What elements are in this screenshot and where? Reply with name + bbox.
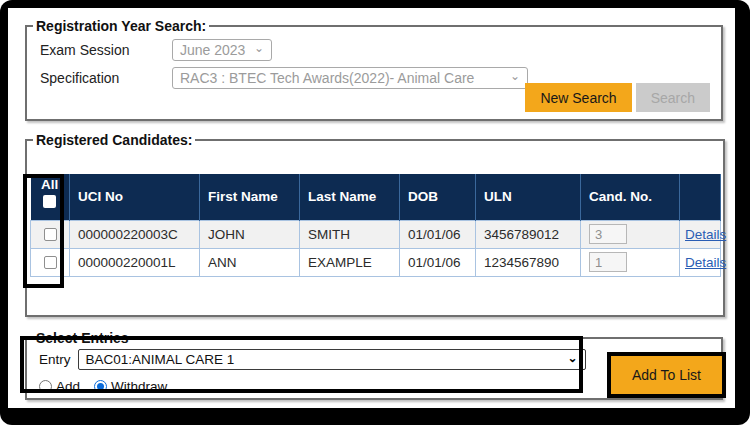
page-background: Registration Year Search: Exam Session J… [8, 8, 735, 408]
uln-cell: 3456789012 [476, 220, 581, 248]
search-button[interactable]: Search [636, 83, 710, 112]
dob-cell: 01/01/06 [400, 248, 476, 276]
entry-selection-highlight-annotation [20, 336, 583, 393]
column-header-uln: ULN [476, 174, 581, 220]
last-name-cell: SMITH [300, 220, 400, 248]
column-header-first-name: First Name [200, 174, 300, 220]
column-header-uci: UCI No [70, 174, 200, 220]
last-name-cell: EXAMPLE [300, 248, 400, 276]
all-column-highlight-annotation [23, 174, 64, 288]
details-link[interactable]: Details [685, 255, 726, 270]
dob-cell: 01/01/06 [400, 220, 476, 248]
exam-session-value: June 2023 [180, 42, 245, 58]
specification-value: RAC3 : BTEC Tech Awards(2022)- Animal Ca… [180, 70, 474, 86]
uln-cell: 1234567890 [476, 248, 581, 276]
specification-select[interactable]: RAC3 : BTEC Tech Awards(2022)- Animal Ca… [172, 67, 528, 89]
table-row: 000000220003C JOHN SMITH 01/01/06 345678… [31, 220, 721, 248]
add-to-list-button[interactable]: Add To List [607, 352, 726, 398]
exam-session-label: Exam Session [40, 42, 172, 58]
exam-session-row: Exam Session June 2023 ⌄ [29, 37, 719, 62]
search-buttons-row: New Search Search [525, 83, 710, 112]
registration-year-search-panel: Registration Year Search: Exam Session J… [25, 18, 723, 121]
candidates-table: All UCI No First Name Last Name DOB ULN … [30, 174, 721, 277]
registration-year-search-legend: Registration Year Search: [33, 18, 209, 34]
chevron-down-icon: ⌄ [254, 43, 264, 53]
column-header-details [680, 174, 721, 220]
screenshot-frame: Registration Year Search: Exam Session J… [0, 0, 750, 425]
table-header-row: All UCI No First Name Last Name DOB ULN … [31, 174, 721, 220]
column-header-dob: DOB [400, 174, 476, 220]
cand-no-input[interactable] [589, 252, 627, 272]
uci-cell: 000000220001L [70, 248, 200, 276]
exam-session-select[interactable]: June 2023 ⌄ [172, 39, 272, 61]
new-search-button[interactable]: New Search [525, 83, 631, 112]
uci-cell: 000000220003C [70, 220, 200, 248]
cand-no-input[interactable] [589, 224, 627, 244]
first-name-cell: JOHN [200, 220, 300, 248]
column-header-last-name: Last Name [300, 174, 400, 220]
chevron-down-icon: ⌄ [510, 71, 520, 81]
column-header-cand-no: Cand. No. [581, 174, 680, 220]
first-name-cell: ANN [200, 248, 300, 276]
registered-candidates-legend: Registered Candidates: [33, 132, 195, 148]
registered-candidates-panel: Registered Candidates: All UCI No First … [25, 132, 725, 317]
details-link[interactable]: Details [685, 227, 726, 242]
table-row: 000000220001L ANN EXAMPLE 01/01/06 12345… [31, 248, 721, 276]
specification-label: Specification [40, 70, 172, 86]
